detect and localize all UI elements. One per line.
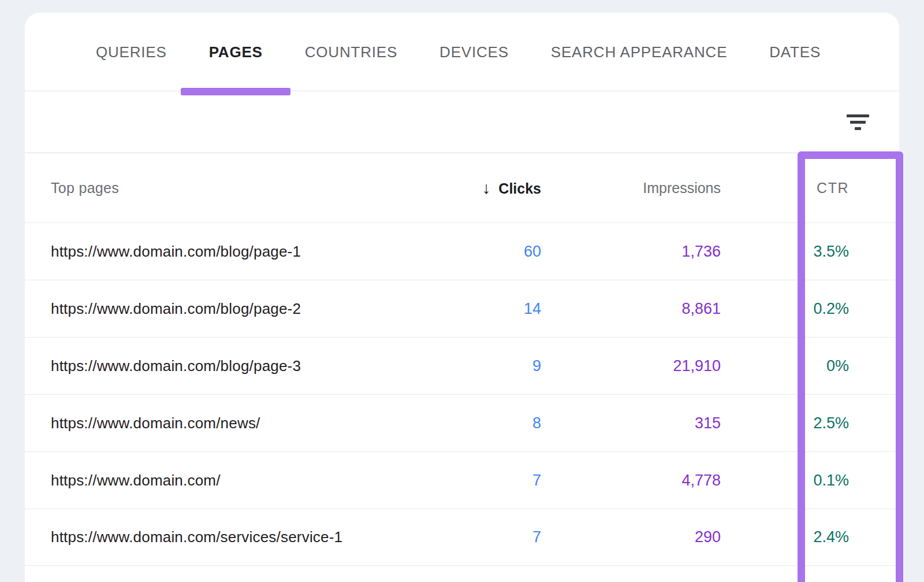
tab-search-appearance[interactable]: SEARCH APPEARANCE xyxy=(551,13,727,91)
impressions-value: 4,778 xyxy=(541,472,721,490)
impressions-value: 21,910 xyxy=(541,357,721,375)
tab-devices[interactable]: DEVICES xyxy=(439,13,509,91)
tab-label: DEVICES xyxy=(439,43,509,61)
tab-queries[interactable]: QUERIES xyxy=(96,13,167,91)
ctr-value: 0% xyxy=(721,357,849,375)
report-card: QUERIES PAGES COUNTRIES DEVICES SEARCH A… xyxy=(25,13,899,582)
table-row[interactable]: https://www.domain.com/news/ 8 315 2.5% xyxy=(25,394,899,451)
table-row[interactable]: https://www.domain.com/blog/page-3 9 21,… xyxy=(25,337,899,394)
tab-pages[interactable]: PAGES xyxy=(209,13,263,91)
page-url[interactable]: https://www.domain.com/ xyxy=(51,472,397,490)
column-header-clicks[interactable]: ↓Clicks xyxy=(397,179,541,198)
ctr-value: 0.1% xyxy=(721,472,849,490)
table-row[interactable]: https://www.domain.com/blog/page-1 60 1,… xyxy=(25,223,899,280)
tab-countries[interactable]: COUNTRIES xyxy=(305,13,397,91)
table-row[interactable]: https://www.domain.com/blog/page-2 14 8,… xyxy=(25,280,899,337)
table-row[interactable]: https://www.domain.com/services/service-… xyxy=(25,509,899,566)
clicks-value: 14 xyxy=(397,300,541,318)
impressions-value: 1,736 xyxy=(541,243,721,261)
page-url[interactable]: https://www.domain.com/blog/page-1 xyxy=(51,243,397,261)
page-url[interactable]: https://www.domain.com/blog/page-2 xyxy=(51,300,397,318)
impressions-value: 8,861 xyxy=(541,300,721,318)
table-row[interactable]: https://www.domain.com/ 7 4,778 0.1% xyxy=(25,451,899,509)
ctr-value: 3.5% xyxy=(721,243,849,261)
clicks-value: 7 xyxy=(397,472,541,490)
page-url[interactable]: https://www.domain.com/services/service-… xyxy=(51,528,397,546)
column-header-top-pages: Top pages xyxy=(51,180,397,197)
clicks-value: 60 xyxy=(397,243,541,261)
tab-label: PAGES xyxy=(209,43,263,61)
clicks-value: 7 xyxy=(397,528,541,546)
tab-label: QUERIES xyxy=(96,43,167,61)
column-header-clicks-label: Clicks xyxy=(498,180,541,197)
clicks-value: 9 xyxy=(397,357,541,375)
ctr-value: 2.5% xyxy=(721,414,849,432)
sort-descending-icon: ↓ xyxy=(482,179,491,197)
tab-label: SEARCH APPEARANCE xyxy=(551,43,727,61)
page-url[interactable]: https://www.domain.com/blog/page-3 xyxy=(51,357,397,375)
table-toolbar xyxy=(25,91,899,153)
active-tab-indicator xyxy=(181,88,290,95)
clicks-value: 8 xyxy=(397,414,541,432)
page-url[interactable]: https://www.domain.com/news/ xyxy=(51,414,397,432)
column-header-impressions[interactable]: Impressions xyxy=(541,180,721,197)
report-tabs: QUERIES PAGES COUNTRIES DEVICES SEARCH A… xyxy=(25,13,899,91)
table-header-row: Top pages ↓Clicks Impressions CTR xyxy=(25,153,899,223)
ctr-value: 0.2% xyxy=(721,300,849,318)
tab-label: COUNTRIES xyxy=(305,43,397,61)
performance-report-screen: QUERIES PAGES COUNTRIES DEVICES SEARCH A… xyxy=(0,0,924,582)
tab-dates[interactable]: DATES xyxy=(769,13,821,91)
tab-label: DATES xyxy=(769,43,821,61)
filter-list-icon xyxy=(847,114,869,130)
impressions-value: 315 xyxy=(541,414,721,432)
impressions-value: 290 xyxy=(541,528,721,546)
ctr-value: 2.4% xyxy=(721,528,849,546)
filter-rows-button[interactable] xyxy=(841,106,874,138)
column-header-ctr[interactable]: CTR xyxy=(721,180,849,197)
